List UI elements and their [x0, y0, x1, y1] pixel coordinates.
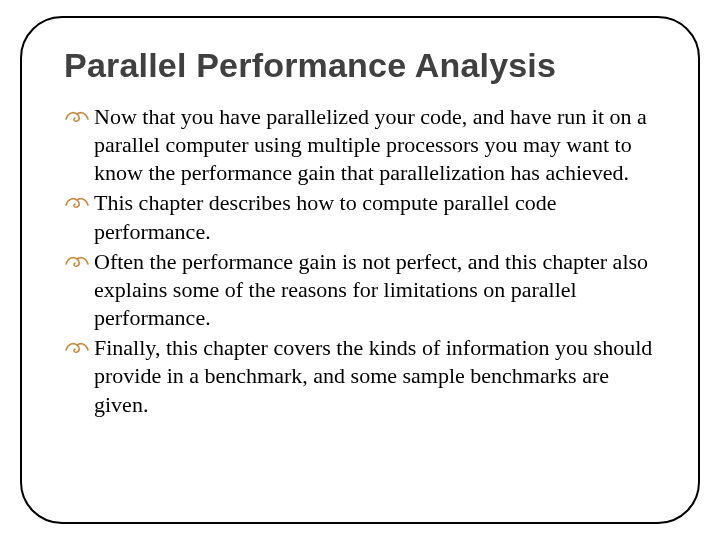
swirl-bullet-icon [64, 252, 90, 272]
bullet-list: Now that you have parallelized your code… [64, 103, 656, 419]
list-item: Often the performance gain is not perfec… [64, 248, 656, 332]
bullet-text: Now that you have parallelized your code… [94, 104, 647, 185]
slide-title: Parallel Performance Analysis [64, 46, 656, 85]
list-item: This chapter describes how to compute pa… [64, 189, 656, 245]
bullet-text: Often the performance gain is not perfec… [94, 249, 648, 330]
bullet-text: Finally, this chapter covers the kinds o… [94, 335, 652, 416]
swirl-bullet-icon [64, 338, 90, 358]
list-item: Finally, this chapter covers the kinds o… [64, 334, 656, 418]
swirl-bullet-icon [64, 107, 90, 127]
bullet-text: This chapter describes how to compute pa… [94, 190, 556, 243]
list-item: Now that you have parallelized your code… [64, 103, 656, 187]
slide-frame: Parallel Performance Analysis Now that y… [20, 16, 700, 524]
swirl-bullet-icon [64, 193, 90, 213]
